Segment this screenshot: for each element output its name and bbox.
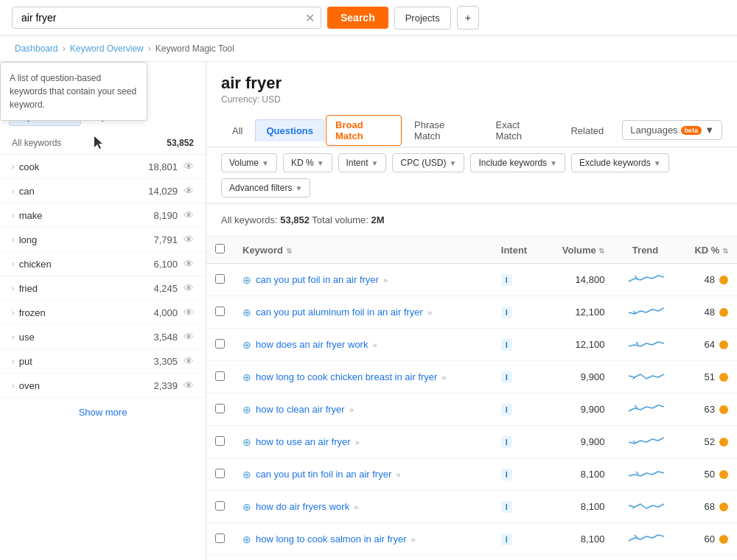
kd-sort-icon[interactable]: ⇅ (722, 247, 728, 255)
sidebar-count: 6,100 (153, 259, 178, 270)
keyword-add-icon[interactable]: ⊕ (242, 274, 251, 286)
row-checkbox[interactable] (215, 307, 225, 316)
keyword-add-icon[interactable]: ⊕ (242, 469, 251, 480)
eye-icon[interactable]: 👁 (184, 379, 194, 391)
table-row: ⊕ can you put foil in an air fryer » I 1… (206, 264, 737, 296)
keyword-expand-icon[interactable]: » (427, 308, 432, 317)
keyword-expand-icon[interactable]: » (441, 373, 446, 382)
keyword-text[interactable]: can you put foil in an air fryer (256, 274, 379, 285)
sidebar-list-item[interactable]: › chicken 6,100 👁 (0, 252, 206, 276)
intent-badge: I (501, 404, 512, 416)
breadcrumb-keyword-overview[interactable]: Keyword Overview (70, 43, 144, 54)
eye-icon[interactable]: 👁 (184, 209, 194, 221)
tab-broad-match[interactable]: Broad Match (326, 115, 402, 146)
eye-icon[interactable]: 👁 (184, 331, 194, 343)
sidebar-list-item[interactable]: › can 14,029 👁 (0, 179, 206, 203)
keyword-text[interactable]: how long to cook salmon in air fryer (256, 533, 406, 545)
row-checkbox[interactable] (215, 339, 225, 349)
advanced-filter[interactable]: Advanced filters ▼ (221, 178, 310, 197)
sidebar-count: 18,801 (148, 161, 178, 172)
sidebar-list-item[interactable]: › put 3,305 👁 (0, 349, 206, 374)
volume-cell: 14,800 (543, 264, 613, 296)
header-trend: Trend (613, 237, 677, 264)
keyword-text[interactable]: how do air fryers work (256, 501, 349, 512)
keyword-add-icon[interactable]: ⊕ (242, 404, 251, 416)
tab-questions[interactable]: Questions (255, 119, 324, 141)
sidebar-list-item[interactable]: › use 3,548 👁 (0, 325, 206, 349)
keyword-expand-icon[interactable]: » (383, 276, 388, 284)
cpc-filter[interactable]: CPC (USD) ▼ (392, 153, 464, 172)
add-project-button[interactable]: + (457, 6, 479, 29)
keyword-add-icon[interactable]: ⊕ (242, 371, 251, 383)
row-checkbox[interactable] (215, 469, 225, 478)
select-all-checkbox[interactable] (215, 244, 225, 253)
eye-icon[interactable]: 👁 (184, 234, 194, 245)
eye-icon[interactable]: 👁 (184, 161, 194, 172)
intent-cell: I (492, 556, 543, 561)
eye-icon[interactable]: 👁 (184, 307, 194, 318)
chevron-right-icon: › (12, 186, 15, 195)
sidebar-count: 7,791 (153, 234, 178, 245)
eye-icon[interactable]: 👁 (184, 282, 194, 294)
kd-filter[interactable]: KD % ▼ (283, 153, 332, 172)
breadcrumb: Dashboard › Keyword Overview › Keyword M… (0, 36, 737, 62)
sidebar-list: › cook 18,801 👁 › can 14,029 👁 › make 8,… (0, 155, 206, 398)
row-checkbox[interactable] (215, 404, 225, 413)
intent-filter[interactable]: Intent ▼ (338, 153, 387, 172)
keyword-add-icon[interactable]: ⊕ (242, 501, 251, 513)
advanced-arrow-icon: ▼ (295, 184, 302, 192)
sidebar-count: 14,029 (148, 186, 178, 197)
sidebar-list-item[interactable]: › long 7,791 👁 (0, 228, 206, 252)
keyword-expand-icon[interactable]: » (355, 438, 360, 447)
tab-exact-match[interactable]: Exact Match (485, 113, 559, 147)
keyword-sort-icon[interactable]: ⇅ (286, 247, 292, 255)
keyword-text[interactable]: how does an air fryer work (256, 339, 368, 350)
keyword-expand-icon[interactable]: » (354, 503, 358, 511)
search-button[interactable]: Search (327, 7, 388, 29)
row-checkbox[interactable] (215, 501, 225, 511)
volume-filter[interactable]: Volume ▼ (221, 153, 277, 172)
keyword-expand-icon[interactable]: » (372, 340, 377, 349)
volume-sort-icon[interactable]: ⇅ (598, 247, 604, 255)
eye-icon[interactable]: 👁 (184, 355, 194, 367)
clear-icon[interactable]: ✕ (305, 11, 315, 25)
keyword-add-icon[interactable]: ⊕ (242, 339, 251, 351)
keyword-expand-icon[interactable]: » (349, 405, 354, 414)
keyword-add-icon[interactable]: ⊕ (242, 533, 251, 545)
keyword-text[interactable]: can you put aluminum foil in an air frye… (256, 307, 423, 318)
keyword-expand-icon[interactable]: » (411, 535, 415, 544)
row-checkbox[interactable] (215, 371, 225, 381)
exclude-filter[interactable]: Exclude keywords ▼ (571, 153, 669, 172)
keyword-text[interactable]: how to use an air fryer (256, 436, 351, 447)
sidebar-list-item[interactable]: › oven 2,339 👁 (0, 374, 206, 398)
sidebar-list-item[interactable]: › fried 4,245 👁 (0, 276, 206, 301)
tab-related[interactable]: Related (559, 119, 615, 141)
include-filter[interactable]: Include keywords ▼ (470, 153, 565, 172)
keyword-add-icon[interactable]: ⊕ (242, 307, 251, 318)
row-checkbox-cell (206, 426, 234, 458)
eye-icon[interactable]: 👁 (184, 185, 194, 197)
keyword-text[interactable]: can you put tin foil in an air fryer (256, 469, 391, 480)
table-row: ⊕ how to cook bacon in air fryer » I 8,1… (206, 556, 737, 561)
row-checkbox[interactable] (215, 436, 225, 446)
search-input[interactable] (18, 7, 305, 28)
sidebar-list-item[interactable]: › cook 18,801 👁 (0, 155, 206, 179)
tab-all[interactable]: All (221, 119, 254, 141)
sidebar-list-item[interactable]: › frozen 4,000 👁 (0, 301, 206, 325)
row-checkbox[interactable] (215, 533, 225, 543)
sidebar-list-item[interactable]: › make 8,190 👁 (0, 203, 206, 228)
projects-button[interactable]: Projects (394, 7, 451, 29)
tab-languages[interactable]: Languages beta ▼ (622, 120, 722, 140)
total-volume: 2M (371, 214, 385, 225)
keyword-expand-icon[interactable]: » (396, 470, 400, 479)
intent-cell: I (492, 296, 543, 329)
show-more-button[interactable]: Show more (0, 398, 206, 427)
breadcrumb-dashboard[interactable]: Dashboard (15, 43, 58, 54)
keyword-add-icon[interactable]: ⊕ (242, 436, 251, 448)
tab-phrase-match[interactable]: Phrase Match (403, 113, 483, 147)
keyword-text[interactable]: how to clean air fryer (256, 404, 345, 415)
table-row: ⊕ how to use an air fryer » I 9,900 52 (206, 426, 737, 458)
keyword-text[interactable]: how long to cook chicken breast in air f… (256, 371, 437, 382)
row-checkbox[interactable] (215, 274, 225, 284)
eye-icon[interactable]: 👁 (184, 258, 194, 270)
